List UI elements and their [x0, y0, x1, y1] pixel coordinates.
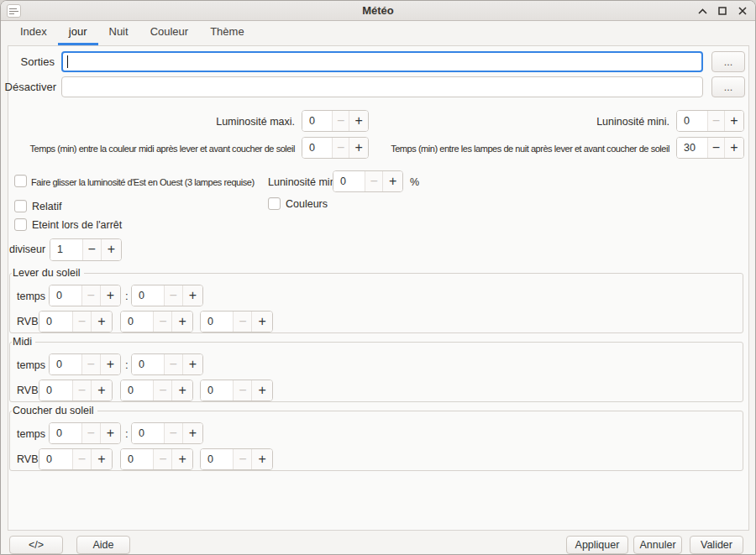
spin-increment-button[interactable]: + [724, 138, 743, 158]
spin-increment-button[interactable]: + [101, 239, 121, 260]
window-title: Météo [1, 1, 755, 21]
spin-decrement-button[interactable]: − [233, 449, 251, 469]
eteint-checkbox[interactable] [14, 218, 27, 231]
spin-increment-button[interactable]: + [724, 111, 743, 131]
spin-value[interactable]: 0 [201, 312, 233, 332]
appliquer-button[interactable]: Appliquer [566, 536, 628, 554]
spin-decrement-button[interactable]: − [153, 449, 171, 469]
spin-increment-button[interactable]: + [382, 171, 402, 191]
spin-decrement-button[interactable]: − [365, 171, 382, 191]
spin-decrement-button[interactable]: − [707, 138, 725, 158]
spin-decrement-button[interactable]: − [72, 312, 91, 332]
temps-couleur-spinner: 0 − + [302, 137, 369, 159]
tab-nuit[interactable]: Nuit [98, 21, 139, 45]
spin-value[interactable]: 0 [302, 111, 332, 131]
spin-value[interactable]: 0 [333, 171, 365, 191]
spin-increment-button[interactable]: + [182, 423, 202, 443]
coucher-rvb-b-spinner: 0 − + [200, 448, 273, 470]
spin-decrement-button[interactable]: − [233, 312, 251, 332]
spin-value[interactable]: 0 [132, 423, 164, 443]
spin-value[interactable]: 0 [201, 449, 233, 469]
spin-decrement-button[interactable]: − [233, 380, 251, 401]
spin-decrement-button[interactable]: − [81, 354, 100, 374]
spin-value[interactable]: 30 [677, 138, 707, 158]
spin-value[interactable]: 1 [50, 239, 82, 260]
sorties-browse-button[interactable]: ... [711, 51, 745, 72]
spin-value[interactable]: 0 [302, 138, 332, 158]
minimize-button[interactable] [695, 3, 710, 18]
spin-value[interactable]: 0 [121, 380, 153, 401]
spin-decrement-button[interactable]: − [82, 239, 101, 260]
spin-increment-button[interactable]: + [349, 111, 368, 131]
spin-increment-button[interactable]: + [251, 449, 272, 469]
spin-increment-button[interactable]: + [182, 285, 202, 306]
temps-label: temps [17, 428, 45, 440]
couleurs-checkbox[interactable] [268, 197, 281, 210]
spin-increment-button[interactable]: + [91, 380, 112, 401]
spin-decrement-button[interactable]: − [164, 354, 182, 374]
annuler-button[interactable]: Annuler [633, 536, 682, 554]
spin-increment-button[interactable]: + [100, 285, 120, 306]
spin-decrement-button[interactable]: − [153, 380, 171, 401]
diviseur-label: diviseur [9, 243, 45, 255]
midi-rvb-b-spinner: 0 − + [200, 380, 273, 401]
spin-value[interactable]: 0 [121, 312, 153, 332]
lever-temps-minute-spinner: 0 − + [131, 285, 203, 306]
spin-decrement-button[interactable]: − [164, 423, 182, 443]
luninosite-mini-spinner: 0 − + [676, 110, 744, 132]
spin-increment-button[interactable]: + [91, 449, 112, 469]
spin-value[interactable]: 0 [132, 285, 164, 306]
spin-value[interactable]: 0 [132, 354, 164, 374]
desactiver-browse-button[interactable]: ... [711, 76, 745, 97]
spin-increment-button[interactable]: + [171, 380, 192, 401]
midi-temps-minute-spinner: 0 − + [131, 353, 203, 375]
tab-jour[interactable]: jour [58, 21, 98, 45]
close-button[interactable] [735, 3, 750, 18]
spin-value[interactable]: 0 [50, 354, 81, 374]
code-button[interactable]: </> [9, 536, 63, 554]
sorties-input[interactable] [61, 51, 703, 72]
spin-decrement-button[interactable]: − [332, 111, 349, 131]
rvb-label: RVB [17, 316, 38, 327]
midi-rvb-v-spinner: 0 − + [120, 380, 193, 401]
couleurs-label: Couleurs [286, 198, 328, 210]
spin-increment-button[interactable]: + [171, 449, 192, 469]
aide-button[interactable]: Aide [76, 536, 130, 554]
spin-decrement-button[interactable]: − [81, 285, 100, 306]
spin-decrement-button[interactable]: − [164, 285, 182, 306]
spin-decrement-button[interactable]: − [81, 423, 100, 443]
maximize-button[interactable] [715, 3, 730, 18]
desactiver-input[interactable] [61, 76, 703, 97]
tab-theme[interactable]: Thème [199, 21, 255, 45]
spin-value[interactable]: 0 [39, 312, 72, 332]
spin-decrement-button[interactable]: − [707, 111, 725, 131]
spin-increment-button[interactable]: + [171, 312, 192, 332]
spin-value[interactable]: 0 [50, 285, 81, 306]
tab-index[interactable]: Index [9, 21, 58, 45]
spin-increment-button[interactable]: + [349, 138, 368, 158]
spin-value[interactable]: 0 [50, 423, 81, 443]
spin-increment-button[interactable]: + [251, 312, 272, 332]
spin-value[interactable]: 0 [201, 380, 233, 401]
glisser-checkbox[interactable] [14, 175, 27, 187]
spin-increment-button[interactable]: + [100, 423, 120, 443]
spin-value[interactable]: 0 [121, 449, 153, 469]
spin-increment-button[interactable]: + [91, 312, 112, 332]
tab-bar: Index jour Nuit Couleur Thème [9, 21, 255, 45]
valider-button[interactable]: Valider [690, 536, 743, 554]
spin-decrement-button[interactable]: − [332, 138, 349, 158]
tab-couleur[interactable]: Couleur [139, 21, 200, 45]
chevron-up-icon [698, 8, 707, 14]
spin-increment-button[interactable]: + [100, 354, 120, 374]
spin-decrement-button[interactable]: − [72, 449, 91, 469]
spin-decrement-button[interactable]: − [153, 312, 171, 332]
titlebar[interactable]: Météo [1, 1, 755, 21]
spin-increment-button[interactable]: + [251, 380, 272, 401]
spin-value[interactable]: 0 [677, 111, 707, 131]
relatif-checkbox[interactable] [14, 200, 27, 212]
spin-decrement-button[interactable]: − [72, 380, 91, 401]
spin-value[interactable]: 0 [39, 380, 72, 401]
spin-value[interactable]: 0 [39, 449, 72, 469]
spin-increment-button[interactable]: + [182, 354, 202, 374]
time-separator: : [125, 359, 129, 371]
